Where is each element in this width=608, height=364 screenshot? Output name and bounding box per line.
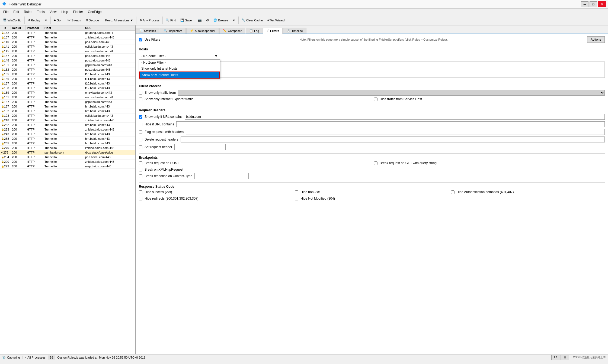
tab-statistics[interactable]: 📊Statistics — [136, 28, 159, 34]
table-row[interactable]: 🔒 157 200 HTTP Tunnel to t10.baidu.com:4… — [0, 81, 135, 86]
table-row[interactable]: 🔒 192 200 HTTP Tunnel to hm.baidu.com:44… — [0, 109, 135, 113]
menu-item-rules[interactable]: Rules — [22, 9, 34, 14]
screenshot-button[interactable]: 📷 — [196, 17, 204, 23]
replay-button[interactable]: ↺ Replay — [26, 17, 42, 23]
table-row[interactable]: 🔒 151 200 HTTP Tunnel to gsp0.baidu.com:… — [0, 63, 135, 67]
hide-url-contains-checkbox[interactable] — [139, 123, 142, 126]
menu-item-file[interactable]: File — [1, 9, 11, 14]
table-row[interactable]: 🔒 258 200 HTTP Tunnel to hm.baidu.com:44… — [0, 136, 135, 141]
hide-non2xx-checkbox[interactable] — [295, 190, 298, 194]
hide-url-contains-input[interactable] — [176, 121, 605, 127]
table-row[interactable]: 🔒 167 200 HTTP Tunnel to gsp0.baidu.com:… — [0, 100, 135, 104]
dropdown-option[interactable]: - No Zone Filter - — [139, 60, 220, 66]
show-traffic-from-checkbox[interactable] — [139, 91, 142, 95]
break-xmlhttp-checkbox[interactable] — [139, 168, 142, 171]
actions-button[interactable]: Actions — [587, 36, 605, 43]
show-ie-checkbox[interactable] — [139, 98, 142, 101]
break-content-type-checkbox[interactable] — [139, 174, 142, 178]
table-row[interactable]: 🔒 155 200 HTTP Tunnel to f10.baidu.com:4… — [0, 72, 135, 77]
menu-item-tools[interactable]: Tools — [35, 9, 47, 14]
table-row[interactable]: 🔒 140 200 HTTP Tunnel to pos.baidu.com:4… — [0, 40, 135, 44]
browse-dropdown[interactable]: ▼ — [231, 18, 237, 23]
flag-headers-checkbox[interactable] — [139, 130, 142, 134]
decode-button[interactable]: ⊞ Decode — [84, 17, 101, 23]
hosts-dropdown-list: - No Zone Filter -Show only Intranet Hos… — [139, 59, 220, 79]
table-row[interactable]: 🔒 187 200 HTTP Tunnel to hm.baidu.com:44… — [0, 104, 135, 109]
stream-button[interactable]: 〰️ Stream — [65, 17, 83, 23]
timer-button[interactable]: ⏱ — [204, 18, 211, 23]
table-row[interactable]: 🔒 145 200 HTTP Tunnel to wn.pos.baidu.co… — [0, 49, 135, 54]
show-url-contains-checkbox[interactable] — [139, 115, 142, 119]
status-layout-btn[interactable]: ⊟ — [561, 355, 569, 360]
clearcache-button[interactable]: 🔧 Clear Cache — [240, 17, 265, 23]
table-row[interactable]: 🔒 158 200 HTTP Tunnel to f12.baidu.com:4… — [0, 86, 135, 90]
break-post-checkbox[interactable] — [139, 161, 142, 165]
tab-inspectors[interactable]: 🔍Inspectors — [160, 28, 186, 34]
hide-service-host-checkbox[interactable] — [374, 98, 377, 101]
table-row[interactable]: 🔒 290 200 HTTP Tunnel to zhidao.baidu.co… — [0, 160, 135, 164]
hide-redirects-checkbox[interactable] — [139, 197, 142, 200]
table-row[interactable]: 🔒 147 200 HTTP Tunnel to pos.baidu.com:4… — [0, 54, 135, 58]
table-row[interactable]: 🔒 243 200 HTTP Tunnel to hm.baidu.com:44… — [0, 132, 135, 136]
delete-headers-input[interactable] — [181, 136, 605, 142]
textwizard-button[interactable]: 𝒯 TextWizard — [265, 17, 286, 23]
dropdown-option[interactable]: Show only Internet Hosts — [139, 72, 220, 79]
table-row[interactable]: 🔒 159 200 HTTP Tunnel to entry.baidu.com… — [0, 90, 135, 95]
set-header-value-input[interactable] — [225, 144, 274, 150]
traffic-from-select[interactable] — [178, 90, 605, 96]
menu-item-geoedge[interactable]: GeoEdge — [86, 9, 104, 14]
winconfig-button[interactable]: 🖥️ WinConfig — [1, 17, 23, 23]
delete-headers-checkbox[interactable] — [139, 138, 142, 141]
use-filters-checkbox[interactable] — [139, 38, 142, 41]
hide-not-modified-checkbox[interactable] — [295, 197, 298, 200]
table-row[interactable]: 🔒 132 200 HTTP Tunnel to goutong.baidu.c… — [0, 31, 135, 35]
break-content-type-input[interactable] — [194, 173, 249, 179]
table-row[interactable]: 🔒 141 200 HTTP Tunnel to eclick.baidu.co… — [0, 44, 135, 49]
restore-button[interactable]: □ — [590, 1, 597, 7]
browse-button[interactable]: 🌐 Browse — [212, 17, 230, 23]
table-row[interactable]: ⚙ 276 200 HTTP pan.baidu.com /box-static… — [0, 150, 135, 155]
table-row[interactable]: 🔒 218 200 HTTP Tunnel to zhidao.baidu.co… — [0, 118, 135, 123]
divider-5 — [139, 182, 605, 183]
set-header-name-input[interactable] — [174, 144, 223, 150]
table-row[interactable]: 🔒 193 200 HTTP Tunnel to eclick.baidu.co… — [0, 113, 135, 118]
hosts-dropdown[interactable]: - No Zone Filter - ▼ — [139, 53, 220, 59]
show-url-contains-input[interactable] — [185, 114, 605, 120]
table-row[interactable]: 🔒 152 200 HTTP Tunnel to pos.baidu.com:4… — [0, 67, 135, 72]
table-row[interactable]: 🔒 137 200 HTTP Tunnel to zhidao.baidu.co… — [0, 35, 135, 40]
table-row[interactable]: 🔒 265 200 HTTP Tunnel to hm.baidu.com:44… — [0, 141, 135, 146]
tab-log[interactable]: 📋Log — [246, 28, 263, 34]
close-button[interactable]: ✕ — [598, 1, 606, 7]
table-row[interactable]: 🔒 284 200 HTTP Tunnel to pan.baidu.com:4… — [0, 155, 135, 160]
table-row[interactable]: 🔒 161 200 HTTP Tunnel to wn.pos.baidu.co… — [0, 95, 135, 100]
find-button[interactable]: 🔍 Find — [164, 17, 178, 23]
dropdown-option[interactable]: Show only Intranet Hosts — [139, 66, 220, 72]
tab-composer[interactable]: ✏️Composer — [219, 28, 245, 34]
minimize-button[interactable]: ─ — [581, 1, 588, 7]
hide-success-checkbox[interactable] — [139, 190, 142, 194]
table-row[interactable]: 🔒 270 200 HTTP Tunnel to zhidao.baidu.co… — [0, 146, 135, 150]
menu-item-edit[interactable]: Edit — [11, 9, 21, 14]
table-row[interactable]: 🔒 232 200 HTTP Tunnel to hm.baidu.com:44… — [0, 123, 135, 127]
table-row[interactable]: 🔒 233 200 HTTP Tunnel to zhidao.baidu.co… — [0, 127, 135, 132]
tab-timeline[interactable]: ⏱️Timeline — [283, 28, 306, 34]
tab-filters[interactable]: ✓Filters — [263, 28, 283, 34]
table-row[interactable]: 🔒 148 200 HTTP Tunnel to pos.baidu.com:4… — [0, 58, 135, 63]
set-header-checkbox[interactable] — [139, 145, 142, 149]
tab-autoresponder[interactable]: ⚡AutoResponder — [186, 28, 219, 34]
status-zoom-btn[interactable]: 1:1 — [551, 355, 560, 360]
table-row[interactable]: 🔒 156 200 HTTP Tunnel to f11.baidu.com:4… — [0, 77, 135, 81]
replay-dropdown[interactable]: ▼ — [43, 18, 49, 23]
menu-item-view[interactable]: View — [47, 9, 59, 14]
table-row[interactable]: 🔒 299 200 HTTP Tunnel to map.baidu.com:4… — [0, 164, 135, 169]
lock-icon: 🔒 — [1, 91, 4, 94]
keep-sessions-button[interactable]: Keep: All sessions ▼ — [103, 18, 135, 23]
save-button[interactable]: 💾 Save — [178, 17, 194, 23]
menu-item-fiddler[interactable]: Fiddler — [71, 9, 85, 14]
break-get-checkbox[interactable] — [374, 161, 377, 165]
flag-headers-input[interactable] — [186, 129, 605, 135]
process-button[interactable]: ⊕ Any Process — [137, 17, 161, 23]
menu-item-help[interactable]: Help — [59, 9, 71, 14]
go-button[interactable]: ▶ Go — [52, 17, 63, 23]
hide-auth-checkbox[interactable] — [451, 190, 455, 194]
